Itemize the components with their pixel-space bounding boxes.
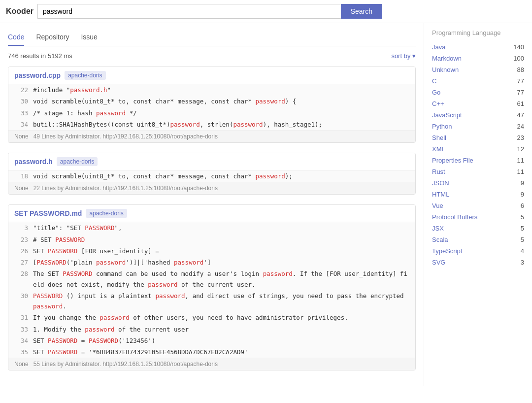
lang-count: 5 xyxy=(521,225,524,232)
sidebar-language-item[interactable]: SVG3 xyxy=(432,257,524,268)
lang-name: JavaScript xyxy=(432,111,462,119)
sidebar-language-item[interactable]: JSX5 xyxy=(432,223,524,234)
code-line: 35 SET PASSWORD = '*6BB4837EB74329105EE4… xyxy=(8,346,415,358)
search-bar: Search xyxy=(37,4,382,19)
lang-count: 140 xyxy=(513,43,524,51)
tab-issue[interactable]: Issue xyxy=(81,29,97,46)
filename-text: password.cpp xyxy=(14,71,61,79)
filename-text: password.h xyxy=(14,158,53,166)
lang-name: C xyxy=(432,77,436,85)
result-footer: None 55 Lines by Administrator. http://1… xyxy=(8,358,415,370)
search-input[interactable] xyxy=(37,4,341,19)
main-layout: Code Repository Issue 746 results in 519… xyxy=(0,23,532,386)
sidebar-language-item[interactable]: Java140 xyxy=(432,41,524,53)
lang-name: TypeScript xyxy=(432,247,462,255)
lang-name: Go xyxy=(432,89,440,96)
sidebar-language-item[interactable]: HTML9 xyxy=(432,189,524,200)
result-filename[interactable]: password.h xyxy=(14,158,53,166)
sidebar-language-item[interactable]: Rust11 xyxy=(432,166,524,177)
lang-count: 12 xyxy=(517,145,524,153)
lang-name: C++ xyxy=(432,100,444,107)
sidebar-language-item[interactable]: Vue6 xyxy=(432,200,524,211)
lang-name: HTML xyxy=(432,191,449,198)
sidebar-language-item[interactable]: JavaScript47 xyxy=(432,109,524,121)
lang-count: 4 xyxy=(521,247,524,255)
sidebar-language-item[interactable]: Unknown88 xyxy=(432,64,524,75)
search-button[interactable]: Search xyxy=(341,4,382,19)
code-line: 23 # SET PASSWORD xyxy=(8,234,415,245)
lang-name: Shell xyxy=(432,134,446,141)
code-lines: 3 "title": "SET PASSWORD", 23 # SET PASS… xyxy=(8,222,415,358)
sidebar-language-item[interactable]: Scala5 xyxy=(432,234,524,245)
tab-repository[interactable]: Repository xyxy=(36,29,69,46)
code-lines: 18 void scramble(uint8_t* to, const char… xyxy=(8,170,415,182)
sidebar-language-item[interactable]: XML12 xyxy=(432,143,524,155)
lang-count: 6 xyxy=(521,202,524,209)
code-line: 27 [PASSWORD('plain password')]|['hashed… xyxy=(8,257,415,268)
code-line: 33 1. Modify the password of the current… xyxy=(8,324,415,335)
lang-count: 61 xyxy=(517,100,524,107)
code-line: 34 butil::SHA1HashBytes((const uint8_t*)… xyxy=(8,119,415,130)
code-line: 28 The SET PASSWORD command can be used … xyxy=(8,268,415,290)
filename-text: SET PASSWORD.md xyxy=(14,209,82,217)
sidebar-language-item[interactable]: Go77 xyxy=(432,87,524,98)
result-filename[interactable]: SET PASSWORD.md xyxy=(14,209,82,217)
code-line: 26 SET PASSWORD [FOR user_identity] = xyxy=(8,245,415,257)
result-footer: None 22 Lines by Administrator. http://1… xyxy=(8,182,415,194)
code-line: 34 SET PASSWORD = PASSWORD('123456') xyxy=(8,335,415,346)
language-list: Java140Markdown100Unknown88C77Go77C++61J… xyxy=(432,41,524,268)
lang-name: XML xyxy=(432,145,445,153)
result-card: password.cpp apache-doris 22 #include "p… xyxy=(8,67,416,143)
lang-count: 23 xyxy=(517,134,524,141)
lang-name: Vue xyxy=(432,202,443,209)
sidebar-language-item[interactable]: Shell23 xyxy=(432,132,524,143)
repo-badge[interactable]: apache-doris xyxy=(65,71,105,80)
header: Kooder Search xyxy=(0,0,532,23)
lang-count: 9 xyxy=(521,179,524,187)
lang-count: 88 xyxy=(517,66,524,73)
lang-count: 11 xyxy=(517,168,524,175)
sidebar-language-item[interactable]: JSON9 xyxy=(432,177,524,189)
result-title: password.h apache-doris xyxy=(8,153,415,170)
tabs: Code Repository Issue xyxy=(8,29,416,46)
lang-name: Markdown xyxy=(432,55,462,62)
sort-by[interactable]: sort by ▾ xyxy=(391,52,416,60)
result-footer: None 49 Lines by Administrator. http://1… xyxy=(8,130,415,142)
sidebar: Programming Language Java140Markdown100U… xyxy=(424,23,532,386)
lang-count: 77 xyxy=(517,77,524,85)
lang-name: Python xyxy=(432,123,452,130)
lang-name: Scala xyxy=(432,236,448,243)
tab-code[interactable]: Code xyxy=(8,29,24,46)
sidebar-language-item[interactable]: Markdown100 xyxy=(432,53,524,64)
lang-count: 24 xyxy=(517,123,524,130)
code-line: 22 #include "password.h" xyxy=(8,84,415,96)
lang-count: 100 xyxy=(513,55,524,62)
lang-count: 9 xyxy=(521,191,524,198)
lang-name: SVG xyxy=(432,259,445,266)
lang-name: JSON xyxy=(432,179,449,187)
sidebar-language-item[interactable]: Properties File11 xyxy=(432,155,524,166)
lang-count: 5 xyxy=(521,236,524,243)
sidebar-title: Programming Language xyxy=(432,29,524,36)
sidebar-language-item[interactable]: Python24 xyxy=(432,121,524,132)
repo-badge[interactable]: apache-doris xyxy=(57,157,98,166)
sidebar-language-item[interactable]: C++61 xyxy=(432,98,524,109)
sidebar-language-item[interactable]: C77 xyxy=(432,75,524,87)
lang-count: 47 xyxy=(517,111,524,119)
lang-name: Unknown xyxy=(432,66,459,73)
code-line: 31 If you change the password of other u… xyxy=(8,312,415,323)
lang-name: Rust xyxy=(432,168,445,175)
lang-count: 5 xyxy=(521,213,524,221)
sidebar-language-item[interactable]: Protocol Buffers5 xyxy=(432,211,524,223)
code-line: 3 "title": "SET PASSWORD", xyxy=(8,222,415,234)
repo-badge[interactable]: apache-doris xyxy=(86,209,127,218)
lang-name: JSX xyxy=(432,225,444,232)
sidebar-language-item[interactable]: TypeScript4 xyxy=(432,245,524,257)
code-line: 18 void scramble(uint8_t* to, const char… xyxy=(8,170,415,182)
lang-name: Protocol Buffers xyxy=(432,213,477,221)
result-filename[interactable]: password.cpp xyxy=(14,71,61,79)
logo: Kooder xyxy=(6,7,33,16)
lang-count: 11 xyxy=(517,157,524,164)
results-header: 746 results in 5192 ms sort by ▾ xyxy=(8,52,416,60)
code-line: 33 /* stage 1: hash password */ xyxy=(8,107,415,119)
